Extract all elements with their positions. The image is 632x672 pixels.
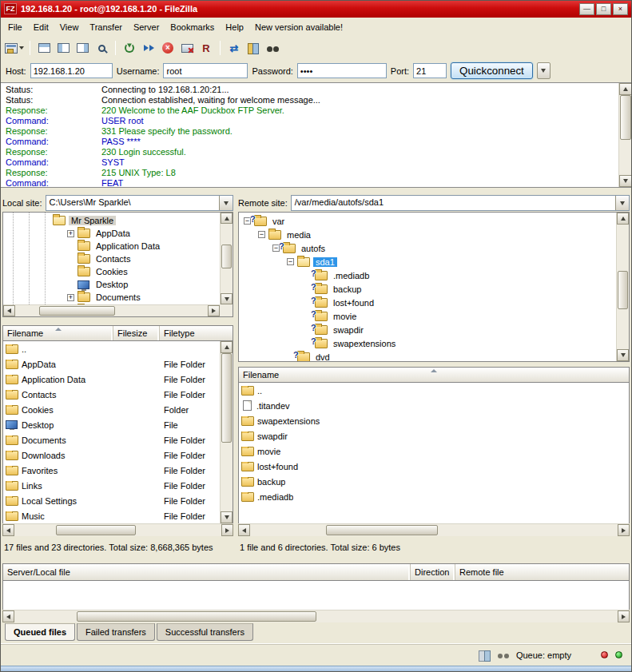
file-row[interactable]: DownloadsFile Folder <box>3 447 220 463</box>
scroll-thumb[interactable] <box>221 353 232 443</box>
scroll-thumb[interactable] <box>326 525 438 535</box>
column-header-remote-file[interactable]: Remote file <box>455 564 629 580</box>
expand-icon[interactable]: + <box>67 294 74 301</box>
tab-successful-transfers[interactable]: Successful transfers <box>157 623 253 641</box>
cancel-button[interactable]: × <box>159 39 177 57</box>
menu-new-version[interactable]: New version available! <box>249 19 348 35</box>
tree-item[interactable]: −?autofs <box>239 241 616 255</box>
tree-item[interactable]: ?swapdir <box>239 323 616 336</box>
toggle-remote-tree-button[interactable] <box>74 39 91 57</box>
file-row[interactable]: DocumentsFile Folder <box>3 432 220 447</box>
tree-item[interactable]: Application Data <box>3 240 220 252</box>
scroll-left-button[interactable] <box>3 305 15 316</box>
toggle-queue-button[interactable] <box>93 39 110 57</box>
tree-item[interactable]: Desktop <box>3 278 220 291</box>
local-list-vertical-scrollbar[interactable] <box>220 341 233 523</box>
reconnect-button[interactable]: R <box>197 39 215 57</box>
scroll-up-button[interactable] <box>221 341 233 353</box>
scroll-down-button[interactable] <box>619 175 632 187</box>
column-header-filetype[interactable]: Filetype <box>160 326 233 340</box>
tree-item[interactable]: ?.mediadb <box>239 268 616 282</box>
directory-comparison-status-icon[interactable] <box>479 650 491 660</box>
tree-item[interactable]: −media <box>239 228 616 241</box>
scroll-down-button[interactable] <box>617 349 629 361</box>
process-queue-button[interactable] <box>140 39 157 57</box>
remote-tree-vertical-scrollbar[interactable] <box>616 213 629 361</box>
menu-bookmarks[interactable]: Bookmarks <box>165 19 220 35</box>
remote-list-horizontal-scrollbar[interactable] <box>238 523 630 536</box>
scroll-track[interactable] <box>14 524 221 536</box>
scroll-thumb[interactable] <box>56 525 136 535</box>
quickconnect-button[interactable]: Quickconnect <box>451 62 533 79</box>
log-scrollbar[interactable] <box>618 83 632 187</box>
file-row[interactable]: swapdir <box>239 428 629 443</box>
tab-failed-transfers[interactable]: Failed transfers <box>77 623 155 641</box>
scroll-right-button[interactable] <box>618 524 630 536</box>
menu-transfer[interactable]: Transfer <box>84 19 128 35</box>
minimize-button[interactable]: — <box>579 3 594 15</box>
file-row[interactable]: Application DataFile Folder <box>3 372 220 387</box>
column-header-filename[interactable]: Filename <box>239 368 629 382</box>
remote-site-combobox[interactable]: /var/media/autofs/sda1 <box>291 195 630 211</box>
directory-comparison-button[interactable] <box>244 39 262 57</box>
column-header-server-local-file[interactable]: Server/Local file <box>3 564 411 580</box>
menu-server[interactable]: Server <box>128 19 165 35</box>
scroll-thumb[interactable] <box>77 611 316 622</box>
tree-item[interactable]: Contacts <box>3 252 220 265</box>
queue-horizontal-scrollbar[interactable] <box>2 610 630 622</box>
scroll-track[interactable] <box>221 224 233 293</box>
host-input[interactable] <box>30 63 113 78</box>
expand-icon[interactable]: + <box>67 230 74 237</box>
tree-item[interactable]: Downloads <box>3 304 220 304</box>
file-row[interactable]: .mediadb <box>239 489 629 504</box>
file-row[interactable]: CookiesFolder <box>3 402 220 417</box>
password-input[interactable] <box>297 63 387 78</box>
file-row[interactable]: .. <box>239 383 629 398</box>
scroll-track[interactable] <box>14 610 618 622</box>
tree-item[interactable]: Cookies <box>3 265 220 278</box>
file-row[interactable]: swapextensions <box>239 413 629 428</box>
scroll-left-button[interactable] <box>2 524 14 536</box>
combo-dropdown-button[interactable] <box>615 196 629 210</box>
tree-item[interactable]: ?lost+found <box>239 296 616 309</box>
scroll-thumb[interactable] <box>39 306 115 316</box>
scroll-track[interactable] <box>250 524 618 536</box>
menu-file[interactable]: File <box>2 19 28 35</box>
file-row[interactable]: AppDataFile Folder <box>3 356 220 372</box>
column-header-filename[interactable]: Filename <box>3 326 113 340</box>
collapse-icon[interactable]: − <box>258 231 265 238</box>
scroll-thumb[interactable] <box>620 95 631 140</box>
local-tree-horizontal-scrollbar[interactable] <box>3 304 220 316</box>
title-bar[interactable]: FZ 192.168.1.20 - root@192.168.1.20 - Fi… <box>0 0 632 18</box>
local-site-combobox[interactable]: C:\Users\Mr Sparkle\ <box>46 195 233 211</box>
scroll-track[interactable] <box>617 225 629 349</box>
scroll-thumb[interactable] <box>221 245 232 268</box>
local-tree-vertical-scrollbar[interactable] <box>220 213 233 304</box>
menu-help[interactable]: Help <box>220 19 249 35</box>
scroll-up-button[interactable] <box>617 213 629 225</box>
menu-view[interactable]: View <box>54 19 85 35</box>
tree-item[interactable]: −?var <box>239 214 616 228</box>
tree-item[interactable]: +Documents <box>3 291 220 304</box>
username-input[interactable] <box>163 63 248 78</box>
site-manager-button[interactable] <box>4 39 25 57</box>
file-row[interactable]: DesktopFile <box>3 417 220 432</box>
file-row[interactable]: LinksFile Folder <box>3 478 220 493</box>
maximize-button[interactable]: □ <box>596 3 611 15</box>
scroll-left-button[interactable] <box>2 610 14 622</box>
scroll-right-button[interactable] <box>221 524 233 536</box>
file-row[interactable]: MusicFile Folder <box>3 508 220 523</box>
scroll-up-button[interactable] <box>619 83 632 95</box>
log-splitter[interactable] <box>0 188 632 194</box>
find-files-button[interactable] <box>264 39 281 57</box>
local-list-horizontal-scrollbar[interactable] <box>2 523 233 536</box>
scroll-right-button[interactable] <box>208 305 220 316</box>
scroll-left-button[interactable] <box>238 524 250 536</box>
toggle-local-tree-button[interactable] <box>54 39 72 57</box>
synchronized-browsing-status-icon[interactable] <box>498 651 509 658</box>
scroll-up-button[interactable] <box>221 213 233 224</box>
disconnect-button[interactable] <box>178 39 196 57</box>
file-row[interactable]: backup <box>239 474 629 489</box>
file-row[interactable]: .titandev <box>239 398 629 413</box>
menu-edit[interactable]: Edit <box>28 19 54 35</box>
